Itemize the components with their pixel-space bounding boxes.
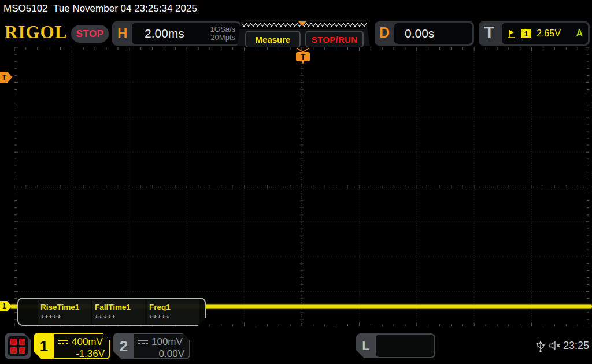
oscilloscope-screen: MSO5102 Tue November 04 23:25:34 2025 RI…: [0, 0, 592, 364]
menu-square: [19, 347, 25, 354]
channel2-body: 100mV 0.00V: [134, 334, 189, 358]
timebase-value: 2.00ms: [145, 27, 184, 40]
measurement-value: *****: [40, 313, 62, 323]
trigger-mode: A: [576, 28, 583, 39]
trigger-position-label: T: [300, 51, 305, 61]
measure-button[interactable]: Measure: [245, 31, 301, 48]
measurement-panel[interactable]: RiseTime1 ***** FallTime1 ***** Freq1 **…: [17, 298, 206, 326]
channel1-offset: -1.36V: [54, 348, 109, 360]
logic-row1: 0 1 2 3 4 5 6 7: [376, 356, 434, 364]
channel2-scale: 100mV: [151, 336, 183, 348]
measurement-value: *****: [95, 313, 116, 323]
measurement-value: *****: [149, 313, 171, 323]
clock: 23:25: [563, 340, 589, 352]
trigger-level-marker[interactable]: T: [0, 72, 12, 83]
horizontal-timebase-block[interactable]: 2.00ms 1GSa/s 20Mpts H: [112, 21, 242, 46]
datetime: Tue November 04 23:25:34 2025: [53, 3, 197, 14]
graticule-grid: [14, 47, 589, 326]
overview-trigger-marker-icon[interactable]: [298, 21, 306, 26]
logic-label: L: [356, 333, 376, 358]
dc-coupling-icon: [138, 339, 148, 345]
usb-icon: [536, 339, 545, 353]
menu-square: [19, 339, 25, 345]
trigger-position-marker[interactable]: T: [293, 47, 313, 67]
channel2-offset: 0.00V: [134, 348, 189, 360]
delay-inner: 0.00s: [394, 23, 472, 44]
dc-coupling-icon: [58, 339, 68, 345]
rigol-logo: RIGOL: [5, 22, 67, 43]
menu-square: [10, 347, 17, 354]
measurement-name: RiseTime1: [40, 303, 79, 311]
measurement-name: Freq1: [149, 303, 171, 311]
graticule: [14, 47, 589, 326]
rising-edge-icon: [507, 28, 516, 39]
model-name: MSO5102: [3, 3, 48, 14]
channel1-number: 1: [34, 333, 54, 359]
grid-menu-icon: [8, 336, 28, 356]
trigger-inner: 1 2.65V A: [502, 23, 588, 44]
trigger-level-value: 2.65V: [536, 28, 561, 39]
channel1-body: 400mV -1.36V: [54, 334, 109, 358]
channel1-scale: 400mV: [72, 336, 103, 348]
memory-depth: 20Mpts: [210, 34, 235, 42]
measurement-name: FallTime1: [95, 303, 131, 311]
trigger-label: T: [484, 23, 494, 42]
channel2-status-block[interactable]: 2 100mV 0.00V: [113, 333, 190, 359]
stop-run-button[interactable]: STOP/RUN: [305, 31, 364, 48]
logic-channels-block[interactable]: L 0 1 2 3 4 5 6 7 8 9 1011 12131415: [356, 333, 435, 358]
channel1-offset-marker[interactable]: 1: [0, 301, 12, 311]
trigger-delay-block[interactable]: 0.00s D: [375, 21, 474, 46]
logic-body: 0 1 2 3 4 5 6 7 8 9 1011 12131415: [376, 335, 434, 357]
channel2-number: 2: [113, 333, 134, 359]
acquisition-rates: 1GSa/s 20Mpts: [210, 25, 235, 42]
trigger-source-badge: 1: [521, 29, 531, 38]
delay-value: 0.00s: [405, 27, 434, 40]
topbar-gap: [48, 3, 53, 14]
main-menu-button[interactable]: [5, 333, 31, 359]
horizontal-label: H: [117, 25, 127, 41]
trigger-block[interactable]: 1 2.65V A T: [479, 21, 590, 46]
menu-square: [10, 339, 17, 345]
delay-label: D: [379, 24, 390, 41]
speaker-muted-icon: [549, 340, 561, 351]
channel1-status-block[interactable]: 1 400mV -1.36V: [34, 333, 110, 359]
top-status-bar: MSO5102 Tue November 04 23:25:34 2025: [3, 3, 197, 14]
horizontal-inner: 2.00ms 1GSa/s 20Mpts: [132, 23, 240, 44]
acquisition-status-badge: STOP: [71, 25, 109, 43]
sample-rate: 1GSa/s: [210, 25, 235, 34]
